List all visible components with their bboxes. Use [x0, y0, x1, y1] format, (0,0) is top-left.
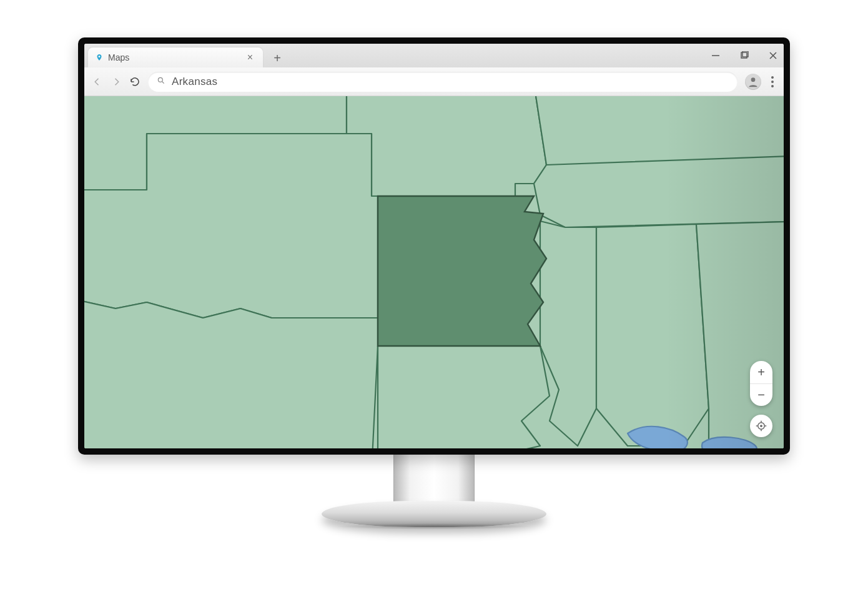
svg-point-11 [760, 425, 762, 427]
window-close-button[interactable] [767, 50, 779, 61]
svg-point-5 [158, 77, 162, 82]
window-maximize-button[interactable] [739, 50, 750, 61]
monitor-bezel: Maps × + [78, 37, 790, 455]
search-icon [157, 76, 165, 87]
nav-reload-button[interactable] [129, 76, 141, 87]
monitor-stand-base [322, 501, 546, 527]
region-arkansas [378, 196, 546, 346]
nav-forward-button[interactable] [111, 76, 122, 87]
monitor: Maps × + [78, 37, 790, 527]
omnibox-text: Arkansas [172, 76, 729, 88]
tab-title: Maps [108, 52, 240, 62]
new-tab-button[interactable]: + [268, 49, 287, 67]
locate-me-button[interactable] [750, 415, 772, 437]
zoom-out-button[interactable]: − [750, 383, 772, 406]
monitor-stand-neck [393, 455, 475, 505]
window-controls [710, 44, 779, 67]
tab-close-button[interactable]: × [245, 51, 255, 64]
nav-back-button[interactable] [92, 76, 103, 87]
profile-avatar-button[interactable] [745, 74, 761, 90]
browser-tab-maps[interactable]: Maps × [88, 47, 263, 67]
screen: Maps × + [84, 44, 784, 448]
browser-menu-button[interactable] [769, 74, 776, 90]
address-bar: Arkansas [84, 67, 784, 96]
window-minimize-button[interactable] [710, 50, 721, 61]
zoom-controls: + − [750, 361, 772, 406]
map-viewport[interactable]: + − [84, 96, 784, 448]
map-pin-icon [96, 52, 103, 62]
map-svg [84, 96, 784, 448]
omnibox[interactable]: Arkansas [148, 72, 737, 92]
tab-strip: Maps × + [84, 44, 784, 67]
svg-line-6 [162, 81, 164, 83]
zoom-in-button[interactable]: + [750, 361, 772, 383]
svg-point-7 [751, 77, 756, 82]
